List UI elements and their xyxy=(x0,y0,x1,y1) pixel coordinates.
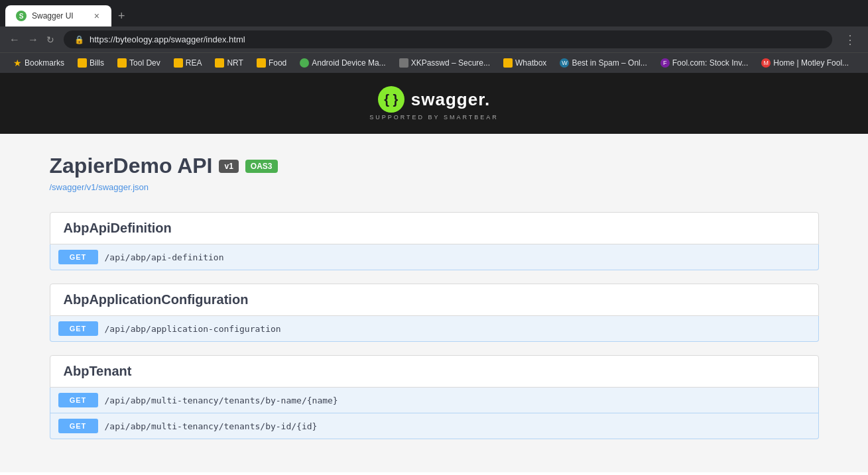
endpoint-path: /api/abp/multi-tenancy/tenants/by-id/{id… xyxy=(105,421,318,431)
api-section-abp-tenant: AbpTenant GET /api/abp/multi-tenancy/ten… xyxy=(50,355,819,439)
refresh-button[interactable]: ↻ xyxy=(45,33,56,46)
bookmark-label: Android Device Ma... xyxy=(312,58,385,68)
section-header-abp-tenant[interactable]: AbpTenant xyxy=(50,355,819,388)
endpoint-row[interactable]: GET /api/abp/application-configuration xyxy=(50,316,819,342)
tab-title: Swagger UI xyxy=(32,11,88,21)
bookmark-whatbox[interactable]: Whatbox xyxy=(498,56,552,70)
page-content: { } swagger. Supported by SMARTBEAR Zapi… xyxy=(0,73,868,472)
api-section-abp-api-definition: AbpApiDefinition GET /api/abp/api-defini… xyxy=(50,212,819,270)
url-bar[interactable]: 🔒 https://byteology.app/swagger/index.ht… xyxy=(64,30,832,48)
swagger-logo: { } swagger. Supported by SMARTBEAR xyxy=(369,86,499,121)
api-title-section: ZapierDemo API v1 OAS3 /swagger/v1/swagg… xyxy=(50,154,819,192)
bookmark-motley-fool[interactable]: M Home | Motley Fool... xyxy=(756,56,854,70)
swagger-header: { } swagger. Supported by SMARTBEAR xyxy=(0,73,868,134)
folder-icon xyxy=(78,58,87,68)
oas3-badge: OAS3 xyxy=(245,160,278,173)
new-tab-button[interactable]: + xyxy=(113,7,131,26)
bookmark-tool-dev[interactable]: Tool Dev xyxy=(112,56,166,70)
section-header-abp-api-definition[interactable]: AbpApiDefinition xyxy=(50,212,819,244)
bookmark-label: Fool.com: Stock Inv... xyxy=(672,58,748,68)
endpoint-row-tenant-by-id[interactable]: GET /api/abp/multi-tenancy/tenants/by-id… xyxy=(50,413,819,439)
bookmark-android[interactable]: Android Device Ma... xyxy=(294,56,391,70)
android-favicon xyxy=(300,58,309,68)
api-section-abp-app-config: AbpApplicationConfiguration GET /api/abp… xyxy=(50,284,819,342)
endpoint-row[interactable]: GET /api/abp/api-definition xyxy=(50,244,819,270)
endpoint-row-tenant-by-name[interactable]: GET /api/abp/multi-tenancy/tenants/by-na… xyxy=(50,388,819,413)
bookmarks-bar: ★ Bookmarks Bills Tool Dev REA NRT Food … xyxy=(0,52,868,73)
method-badge-get: GET xyxy=(58,250,98,264)
star-icon: ★ xyxy=(13,58,22,68)
bookmark-label: Home | Motley Fool... xyxy=(773,58,849,68)
bookmark-label: Whatbox xyxy=(515,58,546,68)
bookmark-label: Bookmarks xyxy=(25,58,64,68)
section-title: AbpApplicationConfiguration xyxy=(64,292,249,307)
swagger-json-link[interactable]: /swagger/v1/swagger.json xyxy=(50,182,819,192)
section-title: AbpApiDefinition xyxy=(64,221,172,235)
bookmark-rea[interactable]: REA xyxy=(168,56,208,70)
v1-badge: v1 xyxy=(219,160,238,173)
bookmark-xkpasswd[interactable]: XKPasswd – Secure... xyxy=(394,56,495,70)
endpoint-path: /api/abp/multi-tenancy/tenants/by-name/{… xyxy=(105,396,338,405)
method-badge-get: GET xyxy=(58,393,98,407)
bookmark-bookmarks[interactable]: ★ Bookmarks xyxy=(8,56,70,70)
folder-icon xyxy=(215,58,224,68)
folder-icon xyxy=(174,58,183,68)
tab-close-button[interactable]: × xyxy=(93,9,101,23)
folder-icon xyxy=(117,58,127,68)
back-button[interactable]: ← xyxy=(8,32,21,47)
folder-icon xyxy=(257,58,266,68)
motley-favicon: M xyxy=(761,58,771,68)
tab-bar: S Swagger UI × + xyxy=(0,0,868,26)
xk-favicon xyxy=(399,58,408,68)
swagger-subtext: Supported by SMARTBEAR xyxy=(369,114,499,121)
swagger-text: swagger. xyxy=(411,89,490,110)
bookmark-label: REA xyxy=(186,58,202,68)
browser-menu-button[interactable]: ⋮ xyxy=(840,31,860,48)
nav-buttons: ← → ↻ xyxy=(8,32,56,47)
bookmark-label: Best in Spam – Onl... xyxy=(572,58,647,68)
lock-icon: 🔒 xyxy=(74,35,84,44)
endpoint-path: /api/abp/application-configuration xyxy=(105,324,281,334)
tab-favicon: S xyxy=(16,11,27,21)
bookmark-label: NRT xyxy=(227,58,243,68)
api-title: ZapierDemo API v1 OAS3 xyxy=(50,154,819,178)
browser-chrome: S Swagger UI × + ← → ↻ 🔒 https://byteolo… xyxy=(0,0,868,73)
fool-favicon: F xyxy=(660,58,670,68)
bookmark-nrt[interactable]: NRT xyxy=(210,56,248,70)
bookmark-label: Food xyxy=(269,58,286,68)
bookmark-bills[interactable]: Bills xyxy=(72,56,109,70)
bookmark-label: Tool Dev xyxy=(129,58,160,68)
section-title: AbpTenant xyxy=(64,364,132,378)
method-badge-get: GET xyxy=(58,321,98,336)
api-title-text: ZapierDemo API xyxy=(50,154,213,178)
bookmark-fool-stock[interactable]: F Fool.com: Stock Inv... xyxy=(655,56,753,70)
whatbox-favicon xyxy=(503,58,513,68)
bookmark-best-in-spam[interactable]: W Best in Spam – Onl... xyxy=(554,56,652,70)
address-bar: ← → ↻ 🔒 https://byteology.app/swagger/in… xyxy=(0,26,868,52)
forward-button[interactable]: → xyxy=(27,32,40,47)
active-tab[interactable]: S Swagger UI × xyxy=(5,5,111,26)
bookmark-label: XKPasswd – Secure... xyxy=(411,58,490,68)
url-text: https://byteology.app/swagger/index.html xyxy=(90,34,245,44)
section-header-abp-app-config[interactable]: AbpApplicationConfiguration xyxy=(50,284,819,316)
bookmark-label: Bills xyxy=(90,58,104,68)
swagger-content: ZapierDemo API v1 OAS3 /swagger/v1/swagg… xyxy=(36,134,832,472)
wp-favicon: W xyxy=(560,58,569,68)
method-badge-get: GET xyxy=(58,419,98,433)
bookmark-food[interactable]: Food xyxy=(251,56,292,70)
swagger-icon: { } xyxy=(378,86,404,113)
swagger-logo-row: { } swagger. xyxy=(378,86,490,113)
endpoint-path: /api/abp/api-definition xyxy=(105,252,224,262)
